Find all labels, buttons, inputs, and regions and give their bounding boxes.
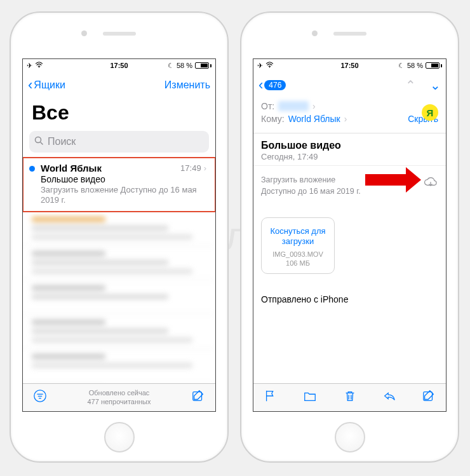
svg-point-8 [269, 67, 271, 68]
attachment-tap-label: Коснуться для загрузки [267, 226, 328, 247]
msg-subject: Большое видео [41, 174, 206, 184]
nav-bar: ‹ 476 ⌃ ⌄ [253, 72, 446, 99]
from-value[interactable] [278, 101, 309, 111]
back-label: Ящики [34, 79, 65, 91]
detail-header: От: › Кому: World Яблык › Скрыть [253, 99, 446, 133]
from-label: От: [261, 101, 274, 111]
back-count-badge: 476 [264, 80, 286, 90]
annotation-arrow [365, 172, 421, 187]
back-button[interactable]: ‹ Ящики [28, 78, 65, 92]
attachment-tile[interactable]: Коснуться для загрузки IMG_0093.MOV 106 … [261, 217, 335, 274]
moon-icon: ☾ [168, 62, 174, 70]
att-line2: Доступно до 16 мая 2019 г. [261, 186, 361, 198]
speaker [333, 32, 366, 36]
battery-icon [426, 62, 442, 69]
search-input[interactable]: Поиск [29, 131, 209, 153]
iphone-right: ✈︎ 17:50 ☾ 58 % ‹ 476 ⌃ ⌄ [240, 11, 459, 463]
back-button[interactable]: ‹ 476 [258, 78, 286, 92]
chevron-right-icon: › [204, 163, 206, 173]
home-button[interactable] [104, 422, 135, 452]
status-bar: ✈︎ 17:50 ☾ 58 % [23, 59, 215, 72]
edit-button[interactable]: Изменить [164, 79, 210, 91]
compose-button[interactable] [422, 389, 436, 406]
toolbar: Обновлено сейчас 477 непрочитанных [23, 383, 215, 411]
screen-mail-list: ✈︎ 17:50 ☾ 58 % ‹ Ящики Изменить Все [22, 58, 216, 412]
battery-pct: 58 % [407, 62, 423, 69]
next-message-button[interactable]: ⌄ [430, 78, 441, 93]
cloud-download-icon[interactable] [423, 176, 438, 187]
msg-preview: Загрузить вложение Доступно до 16 мая 20… [41, 185, 206, 206]
svg-point-1 [36, 137, 41, 142]
home-button[interactable] [335, 422, 365, 452]
status-time: 17:50 [110, 62, 128, 69]
front-camera [81, 31, 87, 36]
status-time: 17:50 [340, 62, 358, 69]
sender-avatar[interactable]: Я [422, 104, 438, 121]
to-value[interactable]: World Яблык [288, 114, 340, 124]
battery-icon [195, 62, 211, 69]
chevron-right-icon: › [344, 114, 347, 124]
toolbar [253, 383, 446, 411]
flag-button[interactable] [264, 389, 278, 406]
to-label: Кому: [261, 114, 285, 124]
prev-message-button[interactable]: ⌃ [405, 78, 416, 93]
attachment-filename: IMG_0093.MOV [267, 250, 328, 258]
speaker [103, 32, 136, 36]
chevron-left-icon: ‹ [28, 78, 32, 92]
wifi-icon [265, 62, 274, 69]
mail-row-blurred [23, 212, 215, 246]
sent-from-signature: Отправлено с iPhone [253, 274, 446, 304]
mail-row-blurred [23, 349, 215, 383]
mail-row-highlighted[interactable]: World Яблык 17:49 › Большое видео Загруз… [23, 158, 215, 212]
moon-icon: ☾ [398, 62, 405, 70]
att-line1: Загрузить вложение [261, 175, 361, 186]
compose-button[interactable] [191, 389, 205, 406]
filter-button[interactable] [33, 389, 47, 406]
airplane-icon: ✈︎ [27, 62, 32, 70]
mail-row-blurred [23, 315, 215, 349]
message-header: Большое видео Сегодня, 17:49 [253, 133, 446, 166]
iphone-left: ✈︎ 17:50 ☾ 58 % ‹ Ящики Изменить Все [10, 11, 229, 463]
move-button[interactable] [303, 389, 317, 406]
airplane-icon: ✈︎ [257, 62, 263, 70]
mail-row-blurred [23, 246, 215, 280]
screen-mail-detail: ✈︎ 17:50 ☾ 58 % ‹ 476 ⌃ ⌄ [253, 58, 446, 412]
message-date: Сегодня, 17:49 [261, 152, 438, 161]
attachment-size: 106 МБ [267, 259, 328, 267]
status-bar: ✈︎ 17:50 ☾ 58 % [253, 59, 446, 72]
svg-point-0 [39, 67, 40, 68]
sender-name: World Яблык [41, 163, 102, 173]
wifi-icon [35, 62, 43, 69]
battery-pct: 58 % [177, 62, 192, 69]
attachment-availability: Загрузить вложение Доступно до 16 мая 20… [253, 166, 446, 203]
chevron-right-icon: › [312, 101, 316, 111]
nav-bar: ‹ Ящики Изменить [23, 72, 215, 99]
search-icon [34, 136, 44, 148]
unread-dot [29, 166, 35, 172]
msg-time: 17:49 [180, 163, 201, 173]
search-placeholder: Поиск [48, 136, 76, 147]
message-title: Большое видео [261, 140, 438, 151]
chevron-left-icon: ‹ [258, 78, 263, 92]
page-title: Все [23, 99, 215, 128]
reply-button[interactable] [382, 389, 396, 406]
front-camera [312, 31, 318, 36]
mail-row-blurred [23, 280, 215, 315]
toolbar-status: Обновлено сейчас 477 непрочитанных [87, 389, 151, 407]
trash-button[interactable] [343, 389, 357, 406]
svg-line-2 [41, 142, 43, 144]
